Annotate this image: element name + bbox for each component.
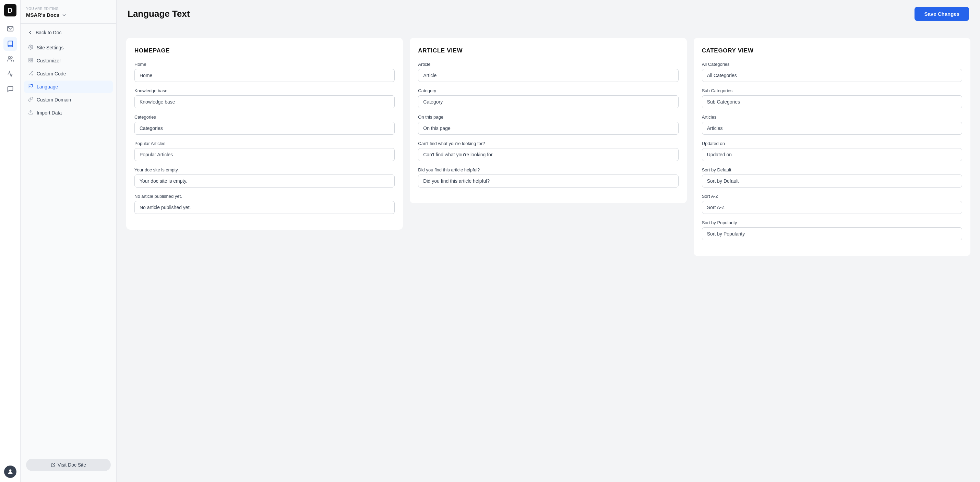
sort-default-input[interactable]	[702, 175, 962, 188]
on-this-page-input[interactable]	[418, 122, 678, 135]
import-data-icon	[28, 110, 33, 116]
sort-default-label: Sort by Default	[702, 167, 962, 172]
customizer-icon	[28, 57, 33, 64]
homepage-heading: HOMEPAGE	[134, 47, 395, 54]
custom-domain-icon	[28, 97, 33, 103]
sidebar-item-site-settings[interactable]: Site Settings	[24, 41, 113, 54]
sidebar-item-custom-domain[interactable]: Custom Domain	[24, 94, 113, 106]
sub-categories-label: Sub Categories	[702, 88, 962, 93]
no-article-input[interactable]	[134, 201, 395, 214]
main-header: Language Text Save Changes	[116, 0, 980, 28]
visit-doc-button[interactable]: Visit Doc Site	[26, 459, 111, 471]
helpful-label: Did you find this article helpful?	[418, 167, 678, 172]
sort-popularity-label: Sort by Popularity	[702, 220, 962, 225]
workspace-name: MSAR's Docs	[26, 12, 59, 18]
page-title: Language Text	[127, 9, 190, 19]
categories-field-group: Categories	[134, 115, 395, 135]
updated-on-field-group: Updated on	[702, 141, 962, 161]
cant-find-input[interactable]	[418, 148, 678, 161]
cant-find-label: Can't find what you're looking for?	[418, 141, 678, 146]
sidebar: YOU ARE EDITING MSAR's Docs Back to Doc …	[21, 0, 116, 482]
categories-input[interactable]	[134, 122, 395, 135]
category-view-heading: CATEGORY VIEW	[702, 47, 962, 54]
svg-point-3	[30, 47, 32, 48]
articles-field-group: Articles	[702, 115, 962, 135]
sidebar-item-customizer[interactable]: Customizer	[24, 54, 113, 67]
article-input[interactable]	[418, 69, 678, 82]
chat-icon[interactable]	[3, 82, 17, 96]
save-changes-button[interactable]: Save Changes	[915, 7, 969, 21]
all-categories-label: All Categories	[702, 62, 962, 67]
no-article-label: No article published yet.	[134, 194, 395, 199]
category-input[interactable]	[418, 95, 678, 108]
svg-point-2	[9, 469, 11, 472]
app-logo: D	[4, 4, 16, 16]
knowledge-base-label: Knowledge base	[134, 88, 395, 93]
cant-find-field-group: Can't find what you're looking for?	[418, 141, 678, 161]
home-label: Home	[134, 62, 395, 67]
article-label: Article	[418, 62, 678, 67]
svg-rect-7	[31, 61, 33, 62]
all-categories-field-group: All Categories	[702, 62, 962, 82]
sort-az-input[interactable]	[702, 201, 962, 214]
inbox-icon[interactable]	[3, 22, 17, 36]
sort-popularity-input[interactable]	[702, 227, 962, 240]
doc-empty-label: Your doc site is empty.	[134, 167, 395, 172]
svg-rect-5	[31, 58, 33, 60]
users-icon[interactable]	[3, 52, 17, 66]
sidebar-nav: Site Settings Customizer Custom Code Lan…	[21, 41, 116, 119]
on-this-page-field-group: On this page	[418, 115, 678, 135]
columns-area: HOMEPAGE Home Knowledge base Categories …	[116, 28, 980, 482]
home-field-group: Home	[134, 62, 395, 82]
popular-articles-input[interactable]	[134, 148, 395, 161]
doc-empty-field-group: Your doc site is empty.	[134, 167, 395, 188]
article-column: ARTICLE VIEW Article Category On this pa…	[410, 38, 686, 203]
sidebar-footer: Visit Doc Site	[21, 453, 116, 477]
popular-articles-field-group: Popular Articles	[134, 141, 395, 161]
all-categories-input[interactable]	[702, 69, 962, 82]
svg-rect-4	[29, 58, 30, 60]
svg-rect-6	[29, 61, 30, 62]
sidebar-item-language[interactable]: Language	[24, 81, 113, 93]
articles-input[interactable]	[702, 122, 962, 135]
custom-code-icon	[28, 71, 33, 77]
knowledge-base-input[interactable]	[134, 95, 395, 108]
doc-empty-input[interactable]	[134, 175, 395, 188]
on-this-page-label: On this page	[418, 115, 678, 119]
homepage-column: HOMEPAGE Home Knowledge base Categories …	[126, 38, 403, 230]
main-content: Language Text Save Changes HOMEPAGE Home…	[116, 0, 980, 482]
back-to-doc-link[interactable]: Back to Doc	[21, 26, 116, 39]
sort-az-label: Sort A-Z	[702, 194, 962, 199]
docs-icon[interactable]	[3, 37, 17, 51]
category-field-group: Category	[418, 88, 678, 108]
icon-bar: D	[0, 0, 21, 482]
updated-on-label: Updated on	[702, 141, 962, 146]
analytics-icon[interactable]	[3, 67, 17, 81]
article-heading: ARTICLE VIEW	[418, 47, 678, 54]
language-icon	[28, 84, 33, 90]
sub-categories-input[interactable]	[702, 95, 962, 108]
user-avatar[interactable]	[4, 466, 16, 478]
sub-categories-field-group: Sub Categories	[702, 88, 962, 108]
knowledge-base-field-group: Knowledge base	[134, 88, 395, 108]
home-input[interactable]	[134, 69, 395, 82]
categories-label: Categories	[134, 115, 395, 119]
sidebar-item-custom-code[interactable]: Custom Code	[24, 68, 113, 80]
sidebar-item-import-data[interactable]: Import Data	[24, 107, 113, 119]
sidebar-header: YOU ARE EDITING MSAR's Docs	[21, 5, 116, 24]
category-label: Category	[418, 88, 678, 93]
articles-label: Articles	[702, 115, 962, 119]
popular-articles-label: Popular Articles	[134, 141, 395, 146]
svg-line-12	[53, 463, 55, 465]
category-view-column: CATEGORY VIEW All Categories Sub Categor…	[694, 38, 970, 256]
workspace-selector[interactable]: MSAR's Docs	[26, 12, 111, 18]
svg-point-1	[8, 57, 11, 59]
article-field-group: Article	[418, 62, 678, 82]
helpful-input[interactable]	[418, 175, 678, 188]
sort-default-field-group: Sort by Default	[702, 167, 962, 188]
helpful-field-group: Did you find this article helpful?	[418, 167, 678, 188]
updated-on-input[interactable]	[702, 148, 962, 161]
site-settings-icon	[28, 45, 33, 51]
sort-popularity-field-group: Sort by Popularity	[702, 220, 962, 240]
editing-label: YOU ARE EDITING	[26, 7, 111, 11]
